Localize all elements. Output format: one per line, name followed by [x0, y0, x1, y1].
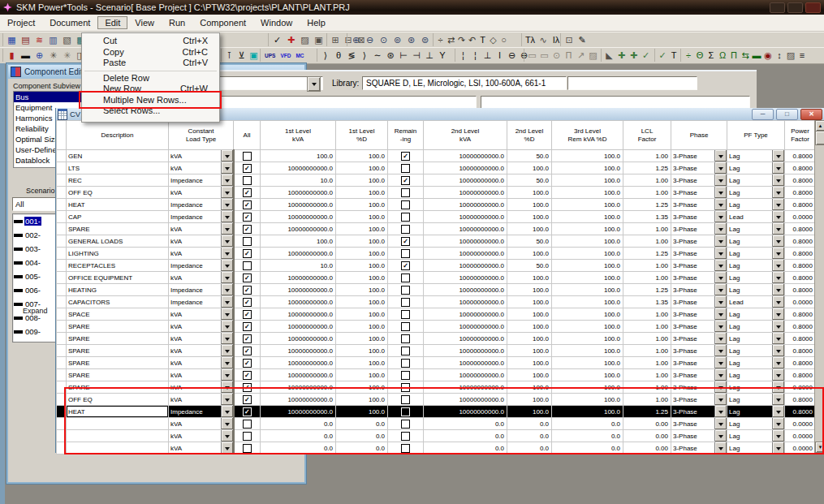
mc-chip-icon[interactable]: MC: [294, 52, 305, 59]
checkbox-icon[interactable]: ✓: [243, 407, 252, 416]
row-selector[interactable]: [57, 381, 67, 394]
phase-dropdown-icon[interactable]: [714, 430, 727, 442]
cell-3rd-level-rem[interactable]: 100.0: [552, 333, 623, 345]
split-icon[interactable]: ÷: [435, 33, 446, 46]
cell-2nd-level-kva[interactable]: 10000000000.0: [424, 235, 507, 248]
menu-item-cut[interactable]: CutCtrl+X: [82, 36, 219, 47]
pf-type-dropdown-icon[interactable]: [772, 394, 784, 405]
row-selector[interactable]: [57, 345, 67, 357]
cell-1st-level-kva[interactable]: 10000000000.0: [261, 248, 336, 260]
checkbox-icon[interactable]: ✓: [243, 200, 252, 209]
motor-icon[interactable]: θ: [332, 49, 345, 62]
row-selector[interactable]: [57, 211, 67, 223]
cell-load-type[interactable]: Impedance: [169, 174, 234, 187]
box1-icon[interactable]: ▭: [526, 49, 538, 62]
cell-description[interactable]: SPARE: [67, 321, 169, 333]
wave-icon[interactable]: ∼: [371, 49, 384, 62]
phase-dropdown-icon[interactable]: [714, 223, 727, 235]
cell-1st-level-kva[interactable]: 10000000000.0: [261, 333, 336, 345]
grid-minimize-button[interactable]: ─: [752, 109, 774, 120]
load-type-dropdown-icon[interactable]: [221, 345, 233, 356]
cell-1st-level-kva[interactable]: 10.0: [261, 260, 336, 272]
cell-power-factor[interactable]: 0.8000: [785, 381, 816, 394]
cell-1st-level-pctd[interactable]: 100.0: [336, 187, 388, 199]
cell-pf-type[interactable]: Lag: [727, 345, 785, 357]
cell-remaining-checkbox[interactable]: [388, 394, 424, 406]
symbol-icon[interactable]: ◇: [488, 33, 498, 46]
cell-1st-level-pctd[interactable]: 100.0: [336, 321, 388, 333]
cell-lcl-factor[interactable]: 1.35: [623, 211, 671, 223]
cell-description[interactable]: GEN: [67, 150, 169, 162]
cell-3rd-level-rem[interactable]: 100.0: [552, 187, 623, 199]
cell-pf-type[interactable]: Lag: [727, 406, 785, 418]
load-type-dropdown-icon[interactable]: [221, 211, 233, 222]
phase-dropdown-icon[interactable]: [714, 394, 727, 405]
cell-phase[interactable]: 3-Phase: [671, 357, 727, 369]
checkbox-icon[interactable]: [243, 237, 252, 246]
row-selector[interactable]: [57, 199, 67, 211]
cell-1st-level-pctd[interactable]: 100.0: [336, 308, 388, 321]
cell-2nd-level-kva[interactable]: 0.0: [424, 442, 507, 454]
cell-1st-level-kva[interactable]: 10000000000.0: [261, 199, 336, 211]
checkbox-icon[interactable]: [401, 347, 410, 355]
cell-power-factor[interactable]: 0.8000: [785, 199, 816, 211]
cell-1st-level-pctd[interactable]: 100.0: [336, 394, 388, 406]
cell-phase[interactable]: 3-Phase: [671, 272, 727, 284]
cell-phase[interactable]: 3-Phase: [671, 248, 727, 260]
cell-2nd-level-pctd[interactable]: 100.0: [507, 381, 552, 394]
cell-all-checkbox[interactable]: [234, 174, 261, 187]
load-type-dropdown-icon[interactable]: [221, 381, 233, 393]
cell-pf-type[interactable]: Lag: [727, 369, 785, 381]
cell-remaining-checkbox[interactable]: ✓: [388, 150, 424, 162]
row-selector[interactable]: [57, 369, 67, 381]
phase-dropdown-icon[interactable]: [714, 284, 727, 295]
tcc-curve-icon[interactable]: ≋: [32, 33, 46, 46]
cell-phase[interactable]: 3-Phase: [671, 284, 727, 296]
pf-type-dropdown-icon[interactable]: [772, 187, 784, 198]
vfd-chip-icon[interactable]: VFD: [278, 52, 292, 59]
cell-remaining-checkbox[interactable]: [388, 187, 424, 199]
swap-icon[interactable]: ⇄: [446, 33, 456, 46]
cell-1st-level-kva[interactable]: 10000000000.0: [261, 223, 336, 235]
zoom-window-icon[interactable]: ⊙: [377, 33, 390, 46]
pf-type-dropdown-icon[interactable]: [772, 430, 784, 442]
cell-phase[interactable]: 3-Phase: [671, 260, 727, 272]
box2-icon[interactable]: ▭: [538, 49, 550, 62]
load-type-dropdown-icon[interactable]: [221, 235, 233, 247]
cell-lcl-factor[interactable]: 1.00: [623, 321, 671, 333]
cell-all-checkbox[interactable]: ✓: [234, 211, 261, 223]
cell-all-checkbox[interactable]: ✓: [234, 284, 261, 296]
cell-remaining-checkbox[interactable]: [388, 223, 424, 235]
cell-lcl-factor[interactable]: 1.00: [623, 369, 671, 381]
cell-load-type[interactable]: Impedance: [169, 284, 234, 296]
cell-1st-level-pctd[interactable]: 100.0: [336, 248, 388, 260]
cell-all-checkbox[interactable]: ✓: [234, 199, 261, 211]
cell-phase[interactable]: 3-Phase: [671, 187, 727, 199]
cell-lcl-factor[interactable]: 1.25: [623, 406, 671, 418]
main-close-button[interactable]: [805, 2, 821, 13]
grid-close-button[interactable]: ✕: [800, 109, 822, 120]
load-type-dropdown-icon[interactable]: [221, 174, 233, 186]
cell-phase[interactable]: 3-Phase: [671, 430, 727, 442]
menu-item-new-row[interactable]: New RowCtrl+W: [82, 84, 219, 95]
cell-2nd-level-kva[interactable]: 10000000000.0: [424, 248, 507, 260]
cell-3rd-level-rem[interactable]: 100.0: [552, 284, 623, 296]
cell-power-factor[interactable]: 0.0000: [785, 211, 816, 223]
checkbox-icon[interactable]: ✓: [243, 371, 252, 380]
cell-load-type[interactable]: kVA: [169, 187, 234, 199]
cell-1st-level-kva[interactable]: 0.0: [261, 430, 336, 442]
switch-icon[interactable]: ⊻: [235, 49, 248, 62]
cell-2nd-level-kva[interactable]: 10000000000.0: [424, 406, 507, 418]
cell-3rd-level-rem[interactable]: 100.0: [552, 174, 623, 187]
cell-remaining-checkbox[interactable]: [388, 199, 424, 211]
phase-dropdown-icon[interactable]: [714, 199, 727, 210]
cell-2nd-level-kva[interactable]: 0.0: [424, 430, 507, 442]
fuse-icon[interactable]: ⟩: [319, 49, 332, 62]
cell-remaining-checkbox[interactable]: [388, 162, 424, 174]
cell-phase[interactable]: 3-Phase: [671, 333, 727, 345]
cell-2nd-level-kva[interactable]: 10000000000.0: [424, 150, 507, 162]
cell-load-type[interactable]: Impedance: [169, 211, 234, 223]
cell-load-type[interactable]: kVA: [169, 272, 234, 284]
cell-all-checkbox[interactable]: ✓: [234, 345, 261, 357]
cell-power-factor[interactable]: 0.8000: [785, 223, 816, 235]
